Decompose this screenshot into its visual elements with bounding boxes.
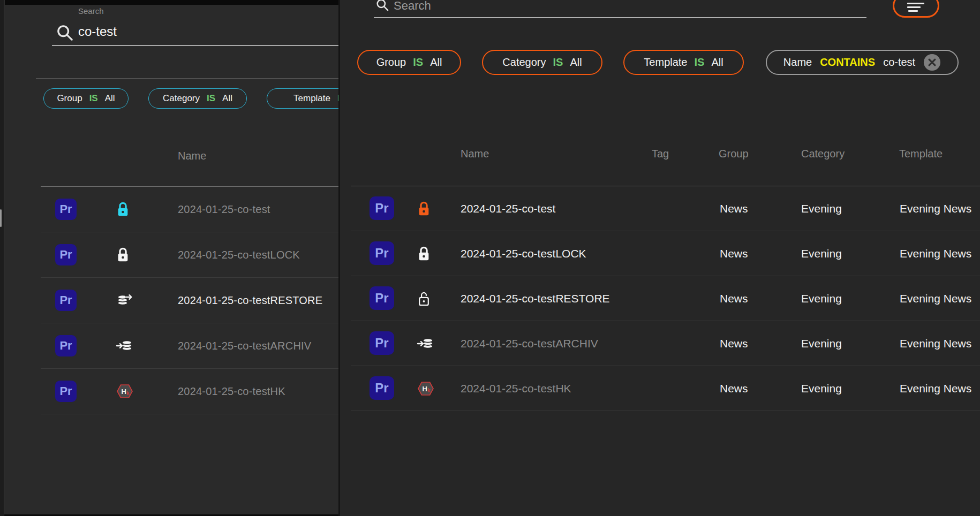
housekeeping-hexagon-icon: Hk bbox=[116, 383, 134, 400]
filter-value-label: All bbox=[105, 93, 115, 104]
filter-value-label: co-test bbox=[883, 56, 915, 69]
filter-field-label: Name bbox=[783, 56, 812, 69]
filter-chip-row: GroupISAllCategoryISAllTemplateISAll bbox=[43, 88, 338, 109]
lock-closed-icon bbox=[417, 245, 431, 262]
cell-category: Evening bbox=[801, 382, 842, 395]
premiere-pro-badge: Pr bbox=[55, 244, 77, 265]
filter-chip-group[interactable]: GroupISAll bbox=[357, 50, 461, 75]
svg-text:H: H bbox=[122, 388, 126, 396]
table-row[interactable]: Pr2024-01-25-co-test bbox=[41, 187, 338, 232]
cell-name: 2024-01-25-co-testRESTORE bbox=[178, 294, 322, 307]
premiere-pro-badge: Pr bbox=[55, 335, 77, 356]
cell-template: Evening News bbox=[900, 202, 971, 215]
filter-chip-template[interactable]: TemplateISAll bbox=[267, 88, 338, 109]
cell-template: Evening News bbox=[900, 337, 971, 350]
cell-template: Evening News bbox=[900, 247, 971, 260]
search-underline bbox=[52, 45, 338, 46]
panel-resize-handle[interactable] bbox=[0, 209, 2, 227]
filter-chip-category[interactable]: CategoryISAll bbox=[148, 88, 247, 109]
cell-name: 2024-01-25-co-testHK bbox=[178, 385, 285, 398]
table-row[interactable]: PrHk2024-01-25-co-testHKNewsEveningEveni… bbox=[351, 366, 980, 411]
cell-name: 2024-01-25-co-testLOCK bbox=[178, 249, 300, 261]
search-input[interactable] bbox=[394, 0, 624, 15]
project-search-panel: GroupISAllCategoryISAllTemplateISAllName… bbox=[340, 0, 980, 516]
cell-category: Evening bbox=[801, 247, 842, 260]
column-header-group[interactable]: Group bbox=[719, 148, 749, 160]
filter-field-label: Template bbox=[644, 56, 687, 69]
lock-closed-icon bbox=[417, 200, 431, 217]
cell-group: News bbox=[720, 247, 748, 260]
cell-group: News bbox=[720, 292, 748, 305]
search-icon bbox=[375, 0, 389, 14]
cell-name: 2024-01-25-co-testARCHIV bbox=[461, 337, 598, 350]
sort-options-button[interactable] bbox=[893, 0, 939, 18]
column-header-name[interactable]: Name bbox=[461, 148, 489, 160]
lock-closed-icon bbox=[116, 247, 130, 263]
section-divider bbox=[36, 78, 338, 79]
column-header-name[interactable]: Name bbox=[178, 150, 206, 162]
remove-filter-button[interactable] bbox=[923, 54, 941, 71]
filter-chip-group[interactable]: GroupISAll bbox=[43, 88, 129, 109]
project-table: Pr2024-01-25-co-testPr2024-01-25-co-test… bbox=[41, 186, 338, 414]
premiere-pro-badge: Pr bbox=[370, 331, 394, 355]
database-archive-icon bbox=[417, 336, 435, 352]
cell-name: 2024-01-25-co-testARCHIV bbox=[178, 340, 311, 352]
filter-chip-category[interactable]: CategoryISAll bbox=[482, 50, 602, 75]
background-project-panel: Search GroupISAllCategoryISAllTemplateIS… bbox=[0, 0, 338, 516]
filter-field-label: Template bbox=[293, 93, 330, 104]
filter-chip-name[interactable]: NameCONTAINSco-test bbox=[766, 50, 959, 75]
left-panel-edge bbox=[0, 0, 4, 516]
filter-field-label: Group bbox=[376, 56, 406, 69]
sort-lines-icon bbox=[908, 10, 918, 12]
svg-text:H: H bbox=[423, 384, 427, 392]
premiere-pro-badge: Pr bbox=[55, 199, 77, 220]
cell-group: News bbox=[720, 337, 748, 350]
table-row[interactable]: Pr2024-01-25-co-testARCHIVNewsEveningEve… bbox=[351, 321, 980, 366]
table-row[interactable]: Pr2024-01-25-co-testNewsEveningEvening N… bbox=[351, 186, 980, 231]
table-row[interactable]: Pr2024-01-25-co-testARCHIV bbox=[41, 323, 338, 369]
database-archive-icon bbox=[116, 338, 134, 354]
column-header-template[interactable]: Template bbox=[899, 148, 943, 160]
search-input[interactable] bbox=[78, 22, 282, 41]
cell-name: 2024-01-25-co-testRESTORE bbox=[461, 292, 610, 305]
cell-group: News bbox=[720, 202, 748, 215]
database-restore-icon bbox=[116, 292, 134, 308]
filter-operator-label: IS bbox=[413, 56, 423, 69]
filter-value-label: All bbox=[711, 56, 723, 69]
svg-text:k: k bbox=[126, 390, 130, 396]
search-label: Search bbox=[78, 6, 104, 16]
column-header-tag[interactable]: Tag bbox=[652, 148, 669, 160]
lock-closed-icon bbox=[116, 201, 130, 218]
cell-name: 2024-01-25-co-test bbox=[178, 203, 270, 216]
search-icon bbox=[56, 24, 74, 44]
cell-template: Evening News bbox=[900, 382, 971, 395]
svg-text:k: k bbox=[427, 387, 431, 393]
cell-group: News bbox=[720, 382, 748, 395]
cell-name: 2024-01-25-co-testLOCK bbox=[461, 247, 586, 260]
cell-template: Evening News bbox=[900, 292, 971, 305]
cell-name: 2024-01-25-co-test bbox=[461, 202, 555, 215]
filter-field-label: Category bbox=[502, 56, 546, 69]
table-row[interactable]: Pr2024-01-25-co-testRESTORENewsEveningEv… bbox=[351, 276, 980, 321]
search-underline bbox=[374, 17, 866, 18]
table-row[interactable]: PrHk2024-01-25-co-testHK bbox=[41, 369, 338, 414]
filter-field-label: Group bbox=[57, 93, 82, 104]
filter-operator-label: IS bbox=[89, 93, 98, 104]
filter-operator-label: IS bbox=[207, 93, 215, 104]
filter-value-label: All bbox=[222, 93, 232, 104]
housekeeping-hexagon-icon: Hk bbox=[417, 380, 435, 397]
table-row[interactable]: Pr2024-01-25-co-testLOCKNewsEveningEveni… bbox=[351, 231, 980, 276]
column-header-category[interactable]: Category bbox=[801, 148, 845, 160]
table-row[interactable]: Pr2024-01-25-co-testLOCK bbox=[41, 232, 338, 278]
sort-lines-icon bbox=[907, 6, 921, 8]
cell-name: 2024-01-25-co-testHK bbox=[461, 382, 571, 395]
premiere-pro-badge: Pr bbox=[55, 290, 77, 311]
table-row[interactable]: Pr2024-01-25-co-testRESTORE bbox=[41, 278, 338, 323]
filter-chip-template[interactable]: TemplateISAll bbox=[623, 50, 744, 75]
filter-value-label: All bbox=[430, 56, 442, 69]
cell-category: Evening bbox=[801, 202, 842, 215]
filter-chip-row: GroupISAllCategoryISAllTemplateISAllName… bbox=[357, 50, 959, 75]
premiere-pro-badge: Pr bbox=[370, 196, 394, 220]
premiere-pro-badge: Pr bbox=[55, 381, 77, 402]
filter-field-label: Category bbox=[163, 93, 200, 104]
